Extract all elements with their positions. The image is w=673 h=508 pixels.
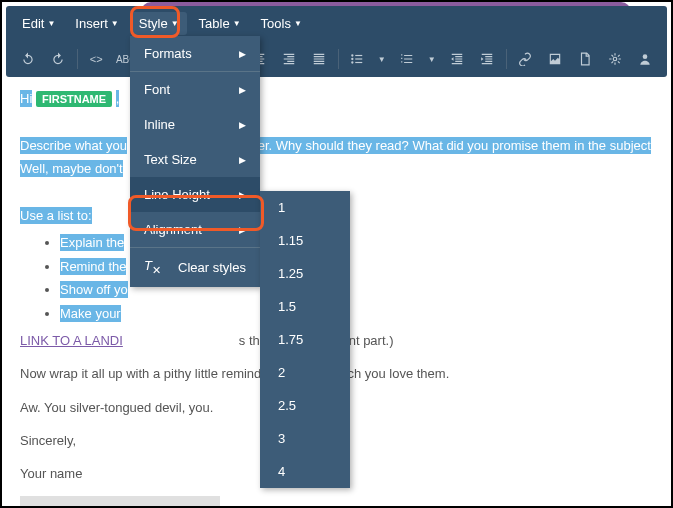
text: Show off yo — [60, 281, 128, 298]
dd-label: Alignment — [144, 222, 202, 237]
document-button[interactable] — [571, 47, 599, 71]
svg-point-3 — [613, 57, 617, 61]
lh-option[interactable]: 2 — [260, 356, 350, 389]
link-button[interactable] — [511, 47, 539, 71]
dd-label: Inline — [144, 117, 175, 132]
menubar: Edit▼ Insert▼ Style▼ Table▼ Tools▼ — [6, 6, 667, 41]
dd-font[interactable]: Font▶ — [130, 72, 260, 107]
style-dropdown: Formats▶ Font▶ Inline▶ Text Size▶ Line H… — [130, 36, 260, 287]
svg-point-2 — [351, 61, 353, 63]
arrow-icon: ▶ — [239, 120, 246, 130]
svg-point-1 — [351, 58, 353, 60]
numlist-dropdown-icon[interactable]: ▼ — [423, 47, 441, 71]
menu-edit[interactable]: Edit▼ — [14, 12, 63, 35]
menu-label: Table — [199, 16, 230, 31]
text: Well, maybe don't — [20, 160, 123, 177]
dd-label: Clear styles — [178, 260, 246, 275]
arrow-icon: ▶ — [239, 85, 246, 95]
lh-option[interactable]: 1.15 — [260, 224, 350, 257]
image-button[interactable] — [541, 47, 569, 71]
caret-icon: ▼ — [294, 19, 302, 28]
svg-point-0 — [351, 54, 353, 56]
text: Remind the — [60, 258, 126, 275]
lineheight-submenu: 1 1.15 1.25 1.5 1.75 2 2.5 3 4 — [260, 191, 350, 488]
menu-label: Style — [139, 16, 168, 31]
lh-option[interactable]: 1.5 — [260, 290, 350, 323]
bullet-list-button[interactable] — [343, 47, 371, 71]
caret-icon: ▼ — [233, 19, 241, 28]
arrow-icon: ▶ — [239, 155, 246, 165]
caret-icon: ▼ — [47, 19, 55, 28]
indent-button[interactable] — [473, 47, 501, 71]
placeholder-box — [20, 496, 220, 508]
landing-link[interactable]: LINK TO A LANDI — [20, 333, 123, 348]
text: mer. Why should they read? What did you … — [247, 137, 651, 154]
outdent-button[interactable] — [443, 47, 471, 71]
dd-formats[interactable]: Formats▶ — [130, 36, 260, 71]
text: Use a list to: — [20, 207, 92, 224]
clear-icon: T✕ — [144, 258, 161, 277]
lh-option[interactable]: 1.75 — [260, 323, 350, 356]
menu-label: Tools — [261, 16, 291, 31]
svg-point-4 — [643, 54, 648, 59]
dd-label: Formats — [144, 46, 192, 61]
text: , — [116, 90, 120, 107]
menu-tools[interactable]: Tools▼ — [253, 12, 310, 35]
dd-label: Line Height — [144, 187, 210, 202]
menu-label: Insert — [75, 16, 108, 31]
lh-option[interactable]: 2.5 — [260, 389, 350, 422]
lh-option[interactable]: 1 — [260, 191, 350, 224]
text: Hi — [20, 90, 32, 107]
list-dropdown-icon[interactable]: ▼ — [373, 47, 391, 71]
code-button[interactable]: <> — [82, 47, 110, 71]
dd-label: Text Size — [144, 152, 197, 167]
dd-inline[interactable]: Inline▶ — [130, 107, 260, 142]
menu-insert[interactable]: Insert▼ — [67, 12, 126, 35]
undo-button[interactable] — [14, 47, 42, 71]
menu-style[interactable]: Style▼ — [131, 12, 187, 35]
text: Explain the — [60, 234, 124, 251]
lh-option[interactable]: 4 — [260, 455, 350, 488]
text: Describe what you — [20, 137, 127, 154]
user-button[interactable] — [631, 47, 659, 71]
lh-option[interactable]: 3 — [260, 422, 350, 455]
redo-button[interactable] — [44, 47, 72, 71]
dd-textsize[interactable]: Text Size▶ — [130, 142, 260, 177]
menu-table[interactable]: Table▼ — [191, 12, 249, 35]
caret-icon: ▼ — [111, 19, 119, 28]
align-right-button[interactable] — [275, 47, 303, 71]
dd-alignment[interactable]: Alignment▶ — [130, 212, 260, 247]
caret-icon: ▼ — [171, 19, 179, 28]
variable-firstname: FIRSTNAME — [36, 91, 112, 107]
number-list-button[interactable] — [393, 47, 421, 71]
dd-clear[interactable]: T✕ Clear styles — [130, 248, 260, 287]
dd-lineheight[interactable]: Line Height▶ — [130, 177, 260, 212]
arrow-icon: ▶ — [239, 225, 246, 235]
lh-option[interactable]: 1.25 — [260, 257, 350, 290]
arrow-icon: ▶ — [239, 190, 246, 200]
text: Now wrap it all up with a pithy little r… — [20, 366, 261, 381]
menu-label: Edit — [22, 16, 44, 31]
dd-label: Font — [144, 82, 170, 97]
toolbar: <> ABC ▼ ▼ ▼ — [6, 41, 667, 77]
align-justify-button[interactable] — [305, 47, 333, 71]
settings-button[interactable] — [601, 47, 629, 71]
arrow-icon: ▶ — [239, 49, 246, 59]
text: Make your — [60, 305, 121, 322]
